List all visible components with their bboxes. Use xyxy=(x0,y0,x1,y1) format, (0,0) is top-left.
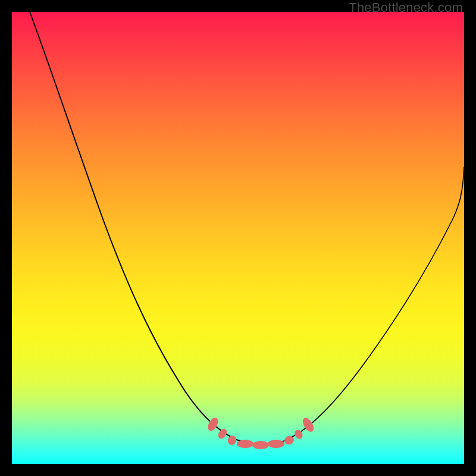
bead-point xyxy=(237,440,253,448)
curves-svg xyxy=(12,12,464,464)
chart-frame: TheBottleneck.com xyxy=(0,0,476,476)
bead-point xyxy=(268,440,284,448)
bead-point xyxy=(252,441,269,449)
bead-point xyxy=(300,416,316,433)
plot-area xyxy=(12,12,464,464)
watermark-text: TheBottleneck.com xyxy=(349,0,463,15)
bead-cluster xyxy=(206,416,316,449)
left-curve xyxy=(30,12,262,445)
right-curve xyxy=(262,167,464,445)
bead-point xyxy=(227,434,238,446)
bead-point xyxy=(206,416,220,433)
